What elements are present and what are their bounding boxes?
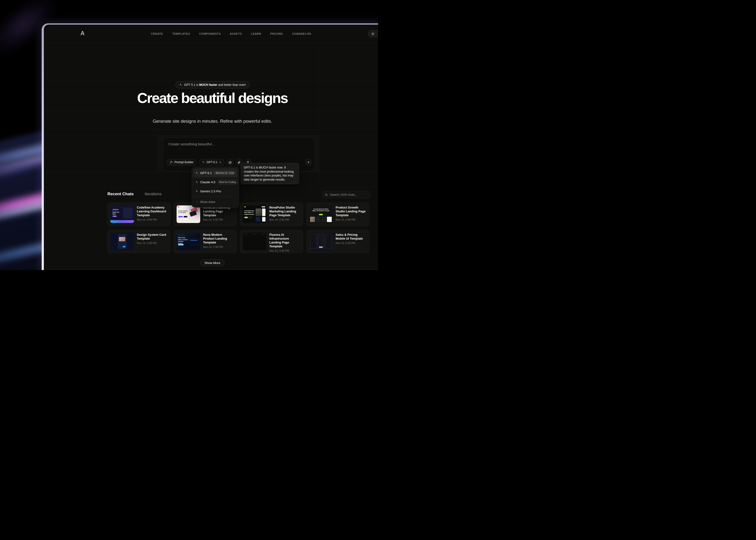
nav-item-assets[interactable]: ASSETS [230,32,242,35]
chat-timestamp: Nov 14, 2:50 PM [270,218,300,221]
model-dropdown: GPT-5.1 Best for UI - Fast Claude 4.5 Be… [192,167,239,207]
chat-card-codeflow[interactable]: Build real apps Codeflow Academy Learnin… [107,202,170,226]
show-more-button[interactable]: Show More [200,259,225,266]
chat-card-product-growth[interactable]: Accelerating the Next Wave of Product Gr… [306,202,369,226]
model-option-badge: Best for Coding [217,180,238,185]
chat-thumbnail [110,233,134,250]
chat-meta: NovaPulse Studio Marketing Landing Page … [270,205,300,223]
nav-item-learn[interactable]: LEARN [251,32,261,35]
chat-card-design-system[interactable]: Design System Card Template Nov 14, 2:38… [107,230,170,253]
chat-thumbnail: Accelerating the Next Wave of Product Gr… [309,205,333,223]
sun-icon [371,32,375,36]
promo-text: GPT 5.1 is MUCH faster and better than e… [184,83,246,86]
chevron-down-icon [196,201,198,203]
app-logo[interactable]: A [80,30,85,37]
chat-timestamp: Nov 14, 3:04 PM [137,218,168,221]
model-tooltip: GPT-5.1 is MUCH faster now. It creates t… [241,163,299,184]
prompt-toolbar: Prompt Builder GPT-5.1 @ [166,159,251,166]
prompt-input[interactable] [168,142,303,156]
theme-toggle[interactable] [368,30,378,37]
show-more-models-label: Show more [200,200,215,204]
chat-title: NovaPulse Studio Marketing Landing Page … [270,205,300,217]
thumb-decor [123,207,133,218]
model-option-gpt-5-1[interactable]: GPT-5.1 Best for UI - Fast [193,168,238,178]
grid-line [104,43,104,188]
chat-search[interactable] [322,191,370,198]
chat-title: Codeflow Academy Learning Dashboard Temp… [137,205,168,217]
thumb-decor [119,237,125,241]
chat-title: Design System Card Template [137,233,168,241]
nav-item-templates[interactable]: TEMPLATES [172,32,190,35]
chat-card-nova-modern[interactable]: Ship faster with a smarter product engin… [174,230,237,253]
page-subtitle: Generate site designs in minutes. Refine… [44,119,378,124]
paperclip-icon [238,161,241,164]
thumb-decor [190,239,199,245]
wand-icon [169,161,173,164]
chat-timestamp: Nov 14, 2:45 PM [336,218,367,221]
model-option-claude-4-5[interactable]: Claude 4.5 Best for Coding [193,178,238,187]
thumb-decor [190,240,197,241]
chat-thumbnail: Launching the Next Wave of Digital Brand… [243,205,267,223]
model-selector-button[interactable]: GPT-5.1 [199,159,225,166]
search-input[interactable] [330,193,369,197]
at-icon: @ [228,161,232,164]
model-option-badge: Best for UI - Fast [214,171,236,175]
chat-card-novapulse[interactable]: Launching the Next Wave of Digital Brand… [240,202,303,226]
chevron-down-icon [219,161,221,164]
chat-title: Fluxora AI Infrastructure Landing Page T… [270,233,300,248]
chat-meta: Product Growth Studio Landing Page Templ… [336,205,367,223]
chat-title: Product Growth Studio Landing Page Templ… [336,205,367,217]
search-icon [325,193,328,196]
window-frame: A CREATE TEMPLATES COMPONENTS ASSETS LEA… [42,23,378,270]
thumb-decor [262,206,265,207]
tab-iterations[interactable]: Iterations [145,192,162,197]
sparkle-icon [179,83,182,86]
sparkle-icon [195,181,198,184]
model-option-label: Gemini 2.5 Pro [200,190,221,193]
thumb-decor [262,208,266,216]
send-button[interactable] [305,159,311,165]
nav-item-components[interactable]: COMPONENTS [199,32,221,35]
prompt-builder-label: Prompt Builder [174,161,193,164]
chat-timestamp: Nov 13, 6:39 PM [336,241,367,244]
nav-item-create[interactable]: CREATE [151,32,163,35]
thumb-text: Ship faster with a smarter product engin… [178,237,188,244]
chat-thumbnail [243,233,267,250]
thumb-decor [325,234,332,249]
sparkle-icon [202,161,205,164]
chat-timestamp: Nov 12, 9:43 PM [270,249,300,252]
thumb-text: Accelerating the Next Wave of Product Gr… [312,208,330,212]
chat-meta: NovaCard Banking Landing Page Template N… [203,205,234,223]
chat-card-sales-pricing[interactable]: Sales & Pricing Mobile UI Template Nov 1… [306,230,369,253]
grid-line [319,43,319,188]
sparkle-icon [195,190,198,193]
nav-links: CREATE TEMPLATES COMPONENTS ASSETS LEARN… [151,25,311,43]
thumb-decor [183,216,187,217]
chat-title: Sales & Pricing Mobile UI Template [336,233,367,241]
thumb-decor [262,217,266,221]
thumb-decor [244,217,248,218]
chat-cards-grid: Build real apps Codeflow Academy Learnin… [107,202,369,253]
mention-button[interactable]: @ [227,159,234,166]
tab-recent-chats[interactable]: Recent Chats [107,192,134,197]
thumb-decor [123,246,126,247]
nav-item-changelog[interactable]: CHANGELOG [292,32,311,35]
chat-title: Nova Modern Product Landing Template [203,233,234,244]
thumb-decor [113,209,119,210]
chat-meta: Nova Modern Product Landing Template Nov… [203,233,234,250]
thumb-decor [178,244,184,246]
chat-card-fluxora[interactable]: Fluxora AI Infrastructure Landing Page T… [240,230,303,253]
thumb-decor [113,215,117,217]
thumb-decor [244,206,246,207]
show-more-models-button[interactable]: Show more [193,198,238,206]
chat-timestamp: Nov 14, 2:38 PM [137,241,168,244]
prompt-builder-button[interactable]: Prompt Builder [166,159,197,166]
model-option-label: GPT-5.1 [200,171,212,175]
chats-tabs: Recent Chats Iterations [107,192,162,197]
chat-thumbnail: Crafted Wealth for the Bold. [176,205,200,223]
thumb-decor [110,220,134,223]
thumb-text: Launching the Next Wave of Digital Brand… [244,210,255,215]
model-option-gemini-2-5-pro[interactable]: Gemini 2.5 Pro [193,187,238,196]
nav-item-pricing[interactable]: PRICING [270,32,283,35]
grid-line [44,129,378,130]
